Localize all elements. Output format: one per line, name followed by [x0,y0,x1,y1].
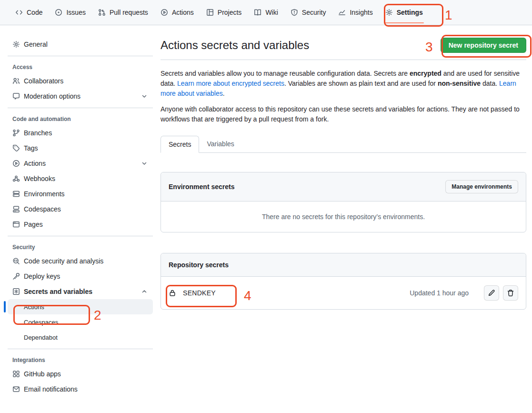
sidebar-section-code-automation: Code and automation [8,112,153,125]
discussion-icon [12,92,20,100]
git-branch-icon [12,129,20,137]
page-title: Actions secrets and variables [161,39,309,52]
codescan-icon [12,257,20,265]
sidebar-subitem-actions[interactable]: Actions [8,299,153,314]
graph-icon [338,9,346,16]
repository-secrets-title: Repository secrets [169,261,229,269]
sidebar-item-secrets-variables[interactable]: Secrets and variables [8,284,153,299]
gear-icon [12,40,20,48]
collaborator-access-paragraph: Anyone with collaborator access to this … [161,104,526,124]
apps-icon [12,370,20,378]
sidebar-item-codespaces[interactable]: Codespaces [8,201,153,217]
sidebar-item-email-notifications[interactable]: Email notifications [8,382,153,397]
people-icon [12,77,20,85]
delete-secret-button[interactable] [503,285,518,301]
sidebar-item-webhooks[interactable]: Webhooks [8,171,153,186]
text-fragment-bold: encrypted [410,70,442,77]
book-icon [254,9,261,16]
mail-icon [12,385,20,393]
environment-secrets-card: Environment secrets Manage environments … [161,172,526,232]
sidebar-item-deploy-keys[interactable]: Deploy keys [8,269,153,284]
secret-updated-text: Updated 1 hour ago [410,289,469,297]
secret-row-sendkey: SENDKEY Updated 1 hour ago [161,277,526,309]
sidebar-divider [8,349,153,349]
active-indicator-bar [4,301,6,312]
settings-sidebar: General Access Collaborators Moderation … [0,25,161,397]
lock-icon [169,289,176,297]
pull-request-icon [98,9,106,16]
issue-icon [55,9,62,16]
sidebar-item-branches[interactable]: Branches [8,125,153,141]
webhook-icon [12,175,20,182]
nav-tab-wiki[interactable]: Wiki [249,0,282,25]
play-circle-icon [161,9,168,16]
new-repository-secret-button[interactable]: New repository secret [441,38,526,53]
title-divider [161,60,526,60]
text-fragment: . Variables are shown as plain text and … [284,80,438,87]
sidebar-divider [8,108,153,108]
edit-secret-button[interactable] [484,285,499,301]
secret-name: SENDKEY [183,289,216,297]
nav-tab-settings[interactable]: Settings [381,0,428,25]
sidebar-divider [8,56,153,56]
text-fragment: Secrets and variables allow you to manag… [161,70,410,77]
active-tab-underline [384,22,424,23]
sidebar-subitem-dependabot[interactable]: Dependabot [8,330,153,345]
sidebar-item-environments[interactable]: Environments [8,186,153,201]
nav-tab-code[interactable]: Code [10,0,47,25]
repo-nav: Code Issues Pull requests Actions Projec… [0,0,532,25]
sidebar-divider [8,236,153,236]
sidebar-item-moderation-options[interactable]: Moderation options [8,89,153,104]
nav-tab-insights[interactable]: Insights [333,0,377,25]
sidebar-item-actions[interactable]: Actions [8,156,153,171]
codespaces-icon [12,205,20,213]
sidebar-item-github-apps[interactable]: GitHub apps [8,366,153,382]
main-content: Actions secrets and variables New reposi… [161,25,526,310]
github-settings-page: Code Issues Pull requests Actions Projec… [0,0,532,413]
environment-secrets-title: Environment secrets [169,183,235,191]
nav-tab-projects[interactable]: Projects [201,0,247,25]
repository-secrets-card: Repository secrets SENDKEY Updated 1 hou… [161,253,526,310]
sidebar-item-code-security[interactable]: Code security and analysis [8,253,153,269]
sidebar-item-general[interactable]: General [8,37,153,52]
chevron-down-icon [141,92,148,100]
tab-secrets[interactable]: Secrets [161,136,199,153]
environment-secrets-empty-text: There are no secrets for this repository… [161,201,526,232]
chevron-up-icon [141,288,148,295]
chevron-down-icon [141,160,148,167]
sidebar-section-integrations: Integrations [8,353,153,366]
pencil-icon [488,289,495,297]
nav-tab-actions[interactable]: Actions [156,0,199,25]
play-circle-icon [12,160,20,167]
nav-tab-issues[interactable]: Issues [50,0,90,25]
sidebar-item-pages[interactable]: Pages [8,217,153,232]
intro-paragraph: Secrets and variables allow you to manag… [161,69,526,99]
sidebar-subitem-codespaces[interactable]: Codespaces [8,314,153,330]
sidebar-section-security: Security [8,240,153,253]
asterisk-box-icon [12,288,20,295]
tab-variables[interactable]: Variables [199,136,241,152]
tag-icon [12,144,20,152]
key-icon [12,272,20,280]
browser-icon [12,221,20,228]
shield-icon [291,9,298,16]
text-fragment-bold: non-sensitive [438,80,481,87]
gear-icon [385,9,393,16]
sidebar-item-tags[interactable]: Tags [8,141,153,156]
nav-tab-security[interactable]: Security [286,0,331,25]
trash-icon [507,289,514,297]
encrypted-secrets-link[interactable]: Learn more about encrypted secrets [177,80,284,87]
code-icon [15,9,23,16]
text-fragment: . [223,90,225,97]
server-icon [12,190,20,198]
sidebar-section-access: Access [8,60,153,73]
manage-environments-button[interactable]: Manage environments [445,180,518,193]
text-fragment: data. [481,80,499,87]
nav-tab-pull-requests[interactable]: Pull requests [93,0,153,25]
secrets-variables-tabs: Secrets Variables [161,136,526,153]
sidebar-item-collaborators[interactable]: Collaborators [8,73,153,89]
table-icon [206,9,214,16]
